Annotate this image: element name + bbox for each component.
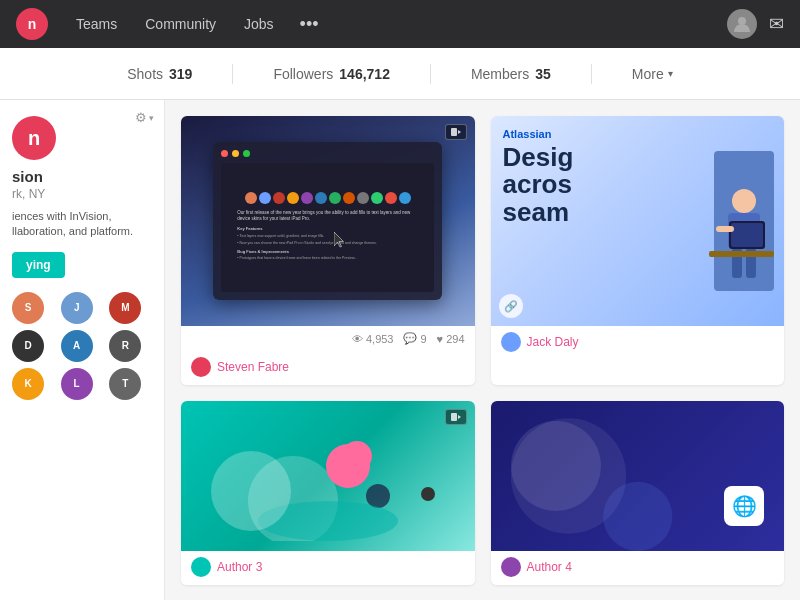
member-avatar-7[interactable]: K [12,368,44,400]
author-name-4[interactable]: Author 4 [527,560,572,574]
stat-divider-1 [232,64,233,84]
profile-name: sion [12,168,152,185]
svg-marker-17 [458,415,461,419]
shot-card-4[interactable]: 🌐 Author 4 [491,401,785,585]
window-content: Our first release of the new year brings… [221,163,434,292]
user-avatar[interactable] [727,9,757,39]
atlassian-brand: Atlassian [503,128,574,140]
member-avatars-grid: S J M D A R K L T [12,292,152,400]
members-value: 35 [535,66,551,82]
invision-overlay: Our first release of the new year brings… [181,116,475,326]
profile-location: rk, NY [12,187,152,201]
member-avatar-3[interactable]: M [109,292,141,324]
more-button[interactable]: More ▾ [632,66,673,82]
members-label: Members [471,66,529,82]
author-name-1[interactable]: Steven Fabre [217,360,289,374]
author-avatar-2 [501,332,521,352]
author-avatar-3 [191,557,211,577]
member-avatar-6[interactable]: R [109,330,141,362]
shots-row-2: Author 3 🌐 Author 4 [181,401,784,585]
cluster-avatar [301,192,313,204]
member-avatar-2[interactable]: J [61,292,93,324]
member-avatar-8[interactable]: L [61,368,93,400]
nav-item-jobs[interactable]: Jobs [232,10,286,38]
shots-label: Shots [127,66,163,82]
eye-icon: 👁 [352,333,363,345]
sidebar: ⚙ ▾ n sion rk, NY iences with InVision, … [0,100,165,600]
atlassian-figure-svg [654,151,774,291]
cluster-avatar [399,192,411,204]
follow-button[interactable]: ying [12,252,65,278]
window-titlebar [221,150,434,157]
cluster-avatar [357,192,369,204]
nav-right: ✉ [727,9,784,39]
svg-rect-16 [451,413,457,421]
shot-footer-1: Steven Fabre [181,351,475,385]
mail-icon[interactable]: ✉ [769,13,784,35]
followers-stat[interactable]: Followers 146,712 [273,66,390,82]
shot-likes-1: ♥ 294 [437,333,465,345]
shot-views-1: 👁 4,953 [352,333,394,345]
followers-value: 146,712 [339,66,390,82]
cluster-avatar [273,192,285,204]
main-content: ⚙ ▾ n sion rk, NY iences with InVision, … [0,100,800,600]
stat-divider-3 [591,64,592,84]
shots-row-1: Our first release of the new year brings… [181,116,784,385]
nav-item-teams[interactable]: Teams [64,10,129,38]
dot-red [221,150,228,157]
cluster-avatar [259,192,271,204]
gear-icon: ⚙ [135,110,147,125]
author-name-3[interactable]: Author 3 [217,560,262,574]
svg-point-19 [603,482,672,551]
teal-shapes [181,401,475,551]
comment-icon: 💬 [403,332,417,345]
shot-card-2[interactable]: Atlassian Desigacrosseam 🔗 Jack Daly [491,116,785,385]
cluster-avatar [329,192,341,204]
shot-image-4: 🌐 [491,401,785,551]
shots-value: 319 [169,66,192,82]
gear-settings[interactable]: ⚙ ▾ [135,110,154,125]
followers-label: Followers [273,66,333,82]
window-text: Our first release of the new year brings… [237,210,418,263]
profile-logo: n [12,116,56,160]
member-avatar-9[interactable]: T [109,368,141,400]
nav-items: Teams Community Jobs ••• [64,8,727,41]
cluster-avatar [371,192,383,204]
member-avatar-1[interactable]: S [12,292,44,324]
stat-divider-2 [430,64,431,84]
teal-circle-big [211,451,291,531]
atlassian-headline: Desigacrosseam [503,144,574,226]
blue-svg [491,401,785,551]
member-avatar-5[interactable]: A [61,330,93,362]
shot-footer-4: Author 4 [491,551,785,585]
shot-image-1: Our first release of the new year brings… [181,116,475,326]
shot-card-3[interactable]: Author 3 [181,401,475,585]
svg-rect-11 [716,226,734,232]
heart-icon: ♥ [437,333,444,345]
top-navigation: n Teams Community Jobs ••• ✉ [0,0,800,48]
atlassian-text: Atlassian Desigacrosseam [503,128,574,226]
svg-rect-1 [451,128,457,136]
shot-image-2: Atlassian Desigacrosseam 🔗 [491,116,785,326]
link-badge[interactable]: 🔗 [499,294,523,318]
nav-logo[interactable]: n [16,8,48,40]
dot-yellow [232,150,239,157]
shot-comments-1: 💬 9 [403,332,426,345]
nav-item-community[interactable]: Community [133,10,228,38]
dot-green [243,150,250,157]
shot-card-1[interactable]: Our first release of the new year brings… [181,116,475,385]
author-avatar-4 [501,557,521,577]
shots-stat[interactable]: Shots 319 [127,66,192,82]
nav-more-dots[interactable]: ••• [290,8,329,41]
views-value: 4,953 [366,333,394,345]
author-name-2[interactable]: Jack Daly [527,335,579,349]
shot-footer-2: Jack Daly [491,326,785,360]
svg-point-14 [366,484,390,508]
cluster-avatar [245,192,257,204]
member-avatar-4[interactable]: D [12,330,44,362]
svg-marker-2 [458,130,461,134]
cluster-avatar [343,192,355,204]
author-avatar-1 [191,357,211,377]
members-stat[interactable]: Members 35 [471,66,551,82]
shot-image-3 [181,401,475,551]
